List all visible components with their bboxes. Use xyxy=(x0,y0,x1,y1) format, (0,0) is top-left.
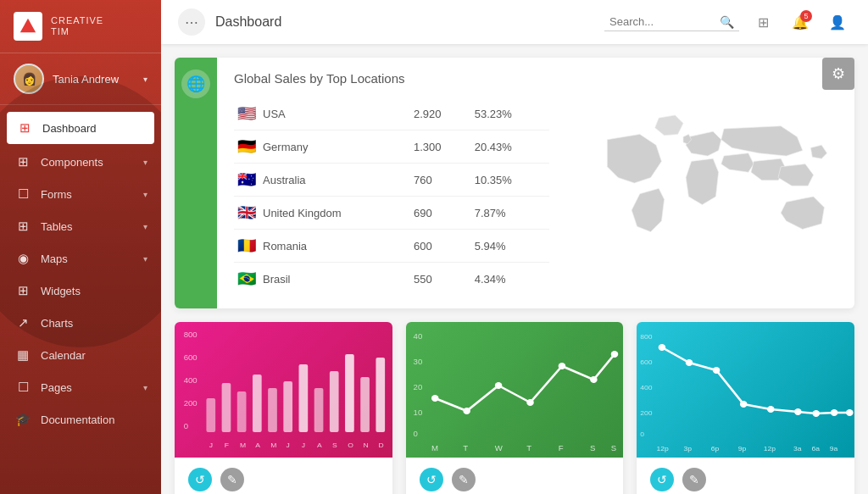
calendar-icon: ▦ xyxy=(14,347,32,363)
sidebar-item-pages[interactable]: ☐ Pages ▾ xyxy=(0,371,161,403)
page-title: Dashboard xyxy=(215,14,604,30)
country-name: Brasil xyxy=(259,263,410,296)
refresh-button[interactable]: ↺ xyxy=(650,468,674,491)
table-row: 🇷🇴 Romania 600 5.94% xyxy=(234,230,549,263)
chevron-right-icon: ▾ xyxy=(143,383,147,392)
svg-text:600: 600 xyxy=(641,358,654,366)
country-name: Romania xyxy=(259,230,410,263)
svg-marker-0 xyxy=(20,19,36,33)
svg-point-62 xyxy=(846,409,854,416)
chevron-down-icon: ▾ xyxy=(143,75,147,84)
svg-text:30: 30 xyxy=(413,358,422,366)
sidebar-item-label: Calendar xyxy=(41,349,147,362)
chevron-right-icon: ▾ xyxy=(143,222,147,231)
sidebar-item-label: Charts xyxy=(41,317,147,330)
avatar: 👩 xyxy=(14,64,44,94)
refresh-button[interactable]: ↺ xyxy=(188,468,212,491)
sidebar: CREATIVE TIM 👩 Tania Andrew ▾ ⊞ Dashboar… xyxy=(0,0,161,494)
sidebar-item-label: Documentation xyxy=(41,414,147,426)
menu-button[interactable]: ⋯ xyxy=(178,8,205,36)
forms-icon: ☐ xyxy=(14,186,32,202)
widgets-icon: ⊞ xyxy=(14,283,32,298)
svg-text:0: 0 xyxy=(641,430,645,438)
notifications-button[interactable]: 🔔 5 xyxy=(787,8,814,36)
main-navigation: ⊞ Dashboard ⊞ Components ▾ ☐ Forms ▾ ⊞ T… xyxy=(0,105,161,494)
edit-button[interactable]: ✎ xyxy=(682,468,706,491)
svg-point-39 xyxy=(558,363,565,369)
svg-rect-11 xyxy=(283,381,292,432)
svg-point-59 xyxy=(794,408,802,415)
svg-text:400: 400 xyxy=(641,384,654,391)
header: ⋯ Dashboard 🔍 ⊞ 🔔 5 👤 xyxy=(161,0,868,44)
sidebar-item-widgets[interactable]: ⊞ Widgets xyxy=(0,275,161,307)
svg-rect-15 xyxy=(345,354,354,432)
docs-icon: 🎓 xyxy=(14,412,32,427)
svg-text:S: S xyxy=(610,444,615,452)
svg-rect-8 xyxy=(237,391,247,432)
notification-badge: 5 xyxy=(800,10,812,22)
chart-actions: ↺ ✎ xyxy=(650,468,841,491)
sidebar-item-forms[interactable]: ☐ Forms ▾ xyxy=(0,178,161,210)
svg-text:6p: 6p xyxy=(711,445,720,452)
sidebar-item-charts[interactable]: ↗ Charts xyxy=(0,307,161,339)
settings-button[interactable]: ⚙ xyxy=(822,58,854,90)
flag-cell: 🇩🇪 xyxy=(234,130,259,164)
sidebar-item-documentation[interactable]: 🎓 Documentation xyxy=(0,403,161,436)
apps-button[interactable]: ⊞ xyxy=(749,8,776,36)
svg-point-38 xyxy=(526,399,534,406)
search-input[interactable] xyxy=(609,15,720,28)
brand-logo: CREATIVE TIM xyxy=(0,0,161,53)
globe-icon: 🌐 xyxy=(181,69,210,98)
world-map-area xyxy=(566,58,854,308)
sidebar-item-calendar[interactable]: ▦ Calendar xyxy=(0,339,161,371)
tasks-line-chart-svg: 800 600 400 200 0 xyxy=(637,322,854,458)
edit-button[interactable]: ✎ xyxy=(220,468,244,491)
svg-text:9p: 9p xyxy=(738,445,747,452)
website-views-card: 800 600 400 200 0 xyxy=(175,322,392,494)
svg-text:F: F xyxy=(225,441,229,449)
sidebar-item-label: Widgets xyxy=(41,285,147,297)
completed-tasks-footer: ↺ ✎ Completed Tasks Last Campaign Perfor… xyxy=(637,458,854,494)
maps-icon: ◉ xyxy=(14,251,32,266)
sidebar-item-label: Tables xyxy=(41,220,143,233)
card-title: Global Sales by Top Locations xyxy=(234,71,549,86)
svg-text:F: F xyxy=(558,444,563,452)
chevron-right-icon: ▾ xyxy=(143,254,147,264)
chart-actions: ↺ ✎ xyxy=(420,468,610,491)
svg-point-57 xyxy=(740,401,748,408)
flag-cell: 🇧🇷 xyxy=(234,263,259,296)
sales-value: 1.300 xyxy=(410,130,471,164)
svg-rect-13 xyxy=(314,388,324,432)
user-menu-button[interactable]: 👤 xyxy=(824,8,851,36)
chart-cards: 800 600 400 200 0 xyxy=(175,322,854,494)
website-views-footer: ↺ ✎ Website Views Last Campaign Performa… xyxy=(175,458,392,494)
svg-point-61 xyxy=(831,409,838,416)
svg-text:20: 20 xyxy=(413,383,422,391)
sidebar-item-maps[interactable]: ◉ Maps ▾ xyxy=(0,242,161,275)
svg-rect-7 xyxy=(222,383,231,432)
pages-icon: ☐ xyxy=(14,380,32,395)
edit-button[interactable]: ✎ xyxy=(452,468,476,491)
user-profile[interactable]: 👩 Tania Andrew ▾ xyxy=(0,53,161,105)
svg-point-37 xyxy=(494,382,502,389)
sales-value: 600 xyxy=(410,230,471,263)
svg-rect-16 xyxy=(360,377,370,432)
sales-table-area: Global Sales by Top Locations 🇺🇸 USA 2.9… xyxy=(217,58,566,308)
svg-point-56 xyxy=(713,367,721,374)
svg-text:M: M xyxy=(431,444,438,452)
svg-point-35 xyxy=(431,395,439,402)
website-views-chart: 800 600 400 200 0 xyxy=(175,322,392,458)
refresh-button[interactable]: ↺ xyxy=(420,468,443,491)
search-button[interactable]: 🔍 xyxy=(720,15,734,29)
svg-point-40 xyxy=(590,376,598,383)
tables-icon: ⊞ xyxy=(14,219,32,234)
sidebar-item-components[interactable]: ⊞ Components ▾ xyxy=(0,146,161,178)
sales-value: 760 xyxy=(410,164,471,197)
sidebar-item-label: Maps xyxy=(41,253,143,265)
svg-text:A: A xyxy=(317,441,322,449)
sidebar-item-tables[interactable]: ⊞ Tables ▾ xyxy=(0,210,161,242)
svg-rect-10 xyxy=(268,388,277,432)
chevron-right-icon: ▾ xyxy=(143,190,147,199)
sidebar-item-dashboard[interactable]: ⊞ Dashboard xyxy=(7,112,154,144)
sales-percent: 4.34% xyxy=(471,263,549,296)
